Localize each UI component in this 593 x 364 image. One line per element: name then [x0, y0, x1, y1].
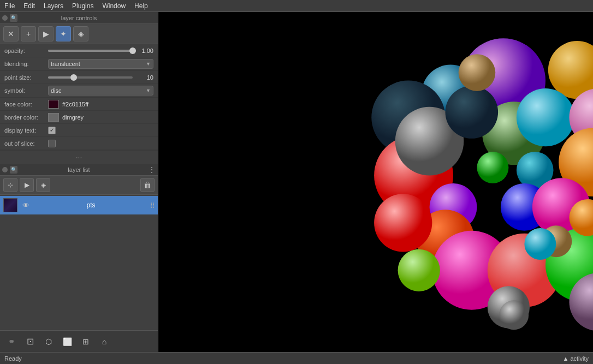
layer-list-title: layer list — [68, 166, 90, 173]
bottom-toolbar: ⌨ ⊡ ⬡ ⬜ ⊞ ⌂ — [0, 330, 158, 352]
display-text-checkbox[interactable]: ✓ — [48, 127, 56, 134]
main-area: 🔍 layer controls ✕ + ▶ ✦ ◈ opacity: — [0, 12, 593, 352]
border-color-control: dimgrey — [48, 113, 153, 122]
more-controls-button[interactable]: ··· — [0, 150, 158, 164]
blending-dropdown[interactable]: translucent ▼ — [48, 59, 153, 69]
3d-view-button[interactable]: ⬡ — [40, 333, 57, 350]
panel-pin[interactable] — [2, 15, 8, 21]
left-panel: 🔍 layer controls ✕ + ▶ ✦ ◈ opacity: — [0, 12, 158, 352]
blending-value: translucent — [51, 61, 80, 67]
menu-help[interactable]: Help — [130, 1, 152, 11]
border-color-label: border color: — [4, 114, 48, 121]
menu-plugins[interactable]: Plugins — [68, 1, 98, 11]
filter-button[interactable]: ▶ — [38, 26, 54, 41]
opacity-label: opacity: — [4, 47, 48, 54]
delete-layer-button[interactable]: 🗑 — [140, 178, 155, 192]
layer-rows: 👁 pts ⁞⁞ — [0, 195, 158, 330]
svg-point-36 — [398, 249, 440, 291]
out-of-slice-checkbox[interactable] — [48, 140, 56, 147]
add-layer-button[interactable]: + — [21, 26, 36, 41]
close-layer-button[interactable]: ✕ — [3, 26, 19, 41]
face-color-swatch[interactable] — [48, 100, 59, 109]
layer-list-pin[interactable] — [2, 167, 8, 172]
2d-view-button[interactable]: ⬜ — [59, 333, 75, 350]
svg-point-20 — [459, 54, 496, 91]
layer-list-header: 🔍 layer list ⋮ — [0, 164, 158, 176]
symbol-control: disc ▼ — [48, 86, 153, 96]
face-color-control: #2c0115ff — [48, 100, 153, 109]
menubar: File Edit Layers Plugins Window Help — [0, 0, 593, 12]
out-of-slice-label: out of slice: — [4, 140, 48, 147]
layer-visibility-button[interactable]: 👁 — [20, 199, 32, 211]
symbol-row: symbol: disc ▼ — [0, 84, 158, 98]
svg-point-23 — [374, 194, 432, 252]
controls-toolbar: ✕ + ▶ ✦ ◈ — [0, 24, 158, 44]
face-color-row: face color: #2c0115ff — [0, 98, 158, 111]
blending-label: blending: — [4, 61, 48, 67]
point-size-slider[interactable] — [48, 76, 133, 79]
opacity-slider[interactable] — [48, 50, 133, 52]
layer-row[interactable]: 👁 pts ⁞⁞ — [0, 196, 158, 214]
statusbar: Ready ▲ activity — [0, 352, 593, 364]
out-of-slice-row: out of slice: — [0, 137, 158, 150]
display-text-row: display text: ✓ — [0, 124, 158, 137]
menu-edit[interactable]: Edit — [19, 1, 39, 11]
opacity-control: 1.00 — [48, 47, 153, 54]
point-size-control: 10 — [48, 74, 153, 81]
layer-controls-panel: 🔍 layer controls ✕ + ▶ ✦ ◈ opacity: — [0, 12, 158, 164]
symbol-arrow: ▼ — [146, 88, 151, 93]
border-color-swatch[interactable] — [48, 113, 59, 122]
layer-controls-title: layer controls — [61, 15, 97, 21]
menu-file[interactable]: File — [0, 1, 19, 11]
border-color-text: dimgrey — [62, 114, 84, 121]
home-button[interactable]: ⌂ — [96, 333, 112, 350]
layer-row-options[interactable]: ⁞⁞ — [150, 201, 155, 210]
face-color-label: face color: — [4, 101, 48, 108]
menu-layers[interactable]: Layers — [39, 1, 68, 11]
points-tool-button[interactable]: ⊹ — [3, 178, 17, 192]
move-button[interactable]: ✦ — [56, 26, 71, 41]
face-color-text: #2c0115ff — [62, 101, 88, 108]
blending-arrow: ▼ — [146, 61, 151, 67]
border-color-row: border color: dimgrey — [0, 111, 158, 124]
panel-search[interactable]: 🔍 — [10, 14, 17, 22]
labels-tool-button[interactable]: ◈ — [36, 178, 50, 192]
grid-button[interactable]: ⊞ — [78, 333, 94, 350]
3d-visualization — [158, 12, 593, 352]
shapes-tool-button[interactable]: ▶ — [20, 178, 34, 192]
display-text-label: display text: — [4, 127, 48, 134]
svg-point-32 — [524, 228, 556, 260]
layer-list-toolbar: ⊹ ▶ ◈ 🗑 — [0, 176, 158, 195]
layer-list-panel: 🔍 layer list ⋮ ⊹ ▶ ◈ 🗑 👁 pts ⁞⁞ — [0, 164, 158, 330]
symbol-label: symbol: — [4, 87, 48, 94]
canvas-area[interactable] — [158, 12, 593, 352]
svg-point-8 — [517, 88, 574, 146]
symbol-value: disc — [51, 87, 62, 94]
opacity-value: 1.00 — [137, 47, 153, 54]
svg-point-37 — [499, 300, 529, 330]
blending-row: blending: translucent ▼ — [0, 57, 158, 71]
screenshot-button[interactable]: ⊡ — [22, 333, 38, 350]
layer-list-options[interactable]: ⋮ — [148, 165, 156, 174]
svg-point-12 — [477, 152, 508, 183]
activity-label[interactable]: ▲ activity — [562, 355, 589, 362]
out-of-slice-control — [48, 140, 153, 147]
console-button[interactable]: ⌨ — [3, 333, 20, 350]
layer-thumbnail — [3, 198, 17, 212]
select-button[interactable]: ◈ — [73, 26, 88, 41]
point-size-row: point size: 10 — [0, 71, 158, 84]
menu-window[interactable]: Window — [98, 1, 130, 11]
point-size-label: point size: — [4, 74, 48, 81]
svg-point-10 — [445, 86, 498, 139]
status-text: Ready — [4, 355, 22, 362]
point-size-value: 10 — [137, 74, 153, 81]
opacity-row: opacity: 1.00 — [0, 44, 158, 57]
layer-list-search[interactable]: 🔍 — [10, 166, 17, 174]
layer-controls-header: 🔍 layer controls — [0, 12, 158, 24]
layer-name: pts — [34, 201, 148, 209]
symbol-dropdown[interactable]: disc ▼ — [48, 86, 153, 96]
display-text-control: ✓ — [48, 127, 153, 134]
blending-control: translucent ▼ — [48, 59, 153, 69]
